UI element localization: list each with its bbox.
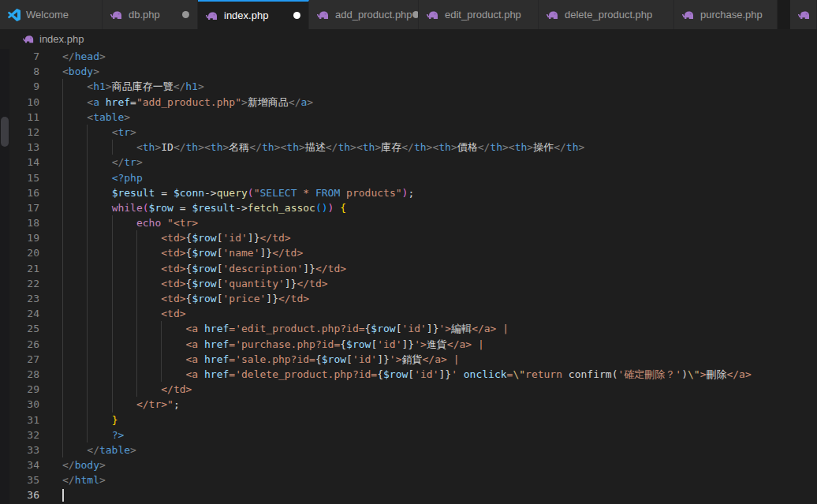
- indent-guide: [112, 337, 113, 352]
- tab-group-gap: [778, 0, 790, 29]
- code-line-28[interactable]: 28 <a href='delete_product.php?id={$row[…: [9, 367, 817, 382]
- line-number[interactable]: 26: [9, 337, 39, 352]
- code-line-24[interactable]: 24 <td>: [9, 306, 817, 321]
- indent-guide: [87, 397, 88, 412]
- code-line-11[interactable]: 11 <table>: [9, 110, 817, 125]
- code-line-36[interactable]: 36: [9, 487, 817, 502]
- line-number[interactable]: 30: [9, 397, 39, 412]
- line-number[interactable]: 24: [9, 306, 39, 321]
- tab-delete-product-php[interactable]: delete_product.php: [539, 0, 674, 29]
- code-line-16[interactable]: 16 $result = $conn->query("SELECT * FROM…: [9, 185, 817, 200]
- line-number[interactable]: 7: [9, 49, 39, 64]
- code-text: </td>: [62, 382, 192, 397]
- tab-welcome[interactable]: Welcome: [0, 0, 103, 29]
- modified-dot-icon[interactable]: [182, 11, 189, 18]
- code-text: <?php: [62, 170, 143, 185]
- code-line-26[interactable]: 26 <a href='purchase.php?id={$row['id']}…: [9, 337, 817, 352]
- code-text: ?>: [62, 427, 124, 442]
- line-number[interactable]: 32: [9, 427, 39, 442]
- code-line-25[interactable]: 25 <a href='edit_product.php?id={$row['i…: [9, 321, 817, 336]
- indent-guide: [87, 276, 88, 291]
- code-line-33[interactable]: 33 </table>: [9, 442, 817, 457]
- code-line-27[interactable]: 27 <a href='sale.php?id={$row['id']}'>銷貨…: [9, 352, 817, 367]
- code-line-20[interactable]: 20 <td>{$row['name']}</td>: [9, 245, 817, 260]
- indent-guide: [62, 382, 63, 397]
- scrollbar-thumb[interactable]: [1, 117, 9, 147]
- code-line-14[interactable]: 14 </tr>: [9, 155, 817, 170]
- tab-db-php[interactable]: db.php: [103, 0, 198, 29]
- code-area[interactable]: 7</head>8<body>9 <h1>商品庫存一覽</h1>10 <a hr…: [9, 49, 817, 504]
- php-icon: [206, 9, 218, 22]
- line-number[interactable]: 25: [9, 321, 39, 336]
- line-number[interactable]: 28: [9, 367, 39, 382]
- indent-guide: [62, 337, 63, 352]
- indent-guide: [62, 261, 63, 276]
- tab-label: index.php: [224, 9, 268, 21]
- line-number[interactable]: 20: [9, 245, 39, 260]
- line-number[interactable]: 21: [9, 261, 39, 276]
- indent-guide: [87, 291, 88, 306]
- line-number[interactable]: 8: [9, 64, 39, 79]
- line-number[interactable]: 9: [9, 79, 39, 94]
- php-icon: [798, 9, 811, 21]
- code-line-15[interactable]: 15 <?php: [9, 170, 817, 185]
- vscode-icon: [8, 9, 21, 21]
- tab-purchase-php[interactable]: purchase.php: [674, 0, 778, 29]
- code-text: <td>: [62, 306, 186, 321]
- code-line-12[interactable]: 12 <tr>: [9, 125, 817, 140]
- tab-s[interactable]: s: [790, 0, 817, 29]
- code-line-35[interactable]: 35</html>: [9, 472, 817, 487]
- line-number[interactable]: 12: [9, 125, 39, 140]
- indent-guide: [161, 352, 162, 367]
- modified-dot-icon[interactable]: [412, 11, 419, 18]
- tab-index-php[interactable]: index.php: [198, 0, 309, 29]
- line-number[interactable]: 33: [9, 442, 39, 457]
- code-line-31[interactable]: 31 }: [9, 413, 817, 427]
- line-number[interactable]: 23: [9, 291, 39, 306]
- code-line-23[interactable]: 23 <td>{$row['price']}</td>: [9, 291, 817, 306]
- line-number[interactable]: 18: [9, 215, 39, 230]
- code-text: <a href='purchase.php?id={$row['id']}'>進…: [62, 337, 484, 352]
- line-number[interactable]: 27: [9, 352, 39, 367]
- code-line-9[interactable]: 9 <h1>商品庫存一覽</h1>: [9, 79, 817, 94]
- line-number[interactable]: 31: [9, 413, 39, 427]
- line-number[interactable]: 13: [9, 140, 39, 155]
- code-line-17[interactable]: 17 while($row = $result->fetch_assoc()) …: [9, 200, 817, 215]
- code-line-19[interactable]: 19 <td>{$row['id']}</td>: [9, 230, 817, 245]
- code-line-8[interactable]: 8<body>: [9, 64, 817, 79]
- indent-guide: [136, 306, 137, 321]
- breadcrumb[interactable]: index.php: [0, 29, 817, 49]
- code-line-10[interactable]: 10 <a href="add_product.php">新增商品</a>: [9, 95, 817, 110]
- indent-guide: [87, 230, 88, 245]
- code-line-7[interactable]: 7</head>: [9, 49, 817, 64]
- tab-add-product-php[interactable]: add_product.php: [309, 0, 419, 29]
- line-number[interactable]: 29: [9, 382, 39, 397]
- code-line-13[interactable]: 13 <th>ID</th><th>名稱</th><th>描述</th><th>…: [9, 140, 817, 155]
- line-number[interactable]: 19: [9, 230, 39, 245]
- code-line-21[interactable]: 21 <td>{$row['description']}</td>: [9, 261, 817, 276]
- code-line-34[interactable]: 34</body>: [9, 457, 817, 472]
- breadcrumb-file[interactable]: index.php: [39, 33, 84, 45]
- indent-guide: [136, 382, 137, 397]
- code-text: </tr>";: [62, 397, 180, 412]
- line-number[interactable]: 17: [9, 200, 39, 215]
- line-number[interactable]: 14: [9, 155, 39, 170]
- line-number[interactable]: 16: [9, 185, 39, 200]
- code-line-30[interactable]: 30 </tr>";: [9, 397, 817, 412]
- line-number[interactable]: 10: [9, 95, 39, 110]
- indent-guide: [161, 321, 162, 336]
- indent-guide: [62, 185, 63, 200]
- modified-dot-icon[interactable]: [293, 12, 300, 19]
- line-number[interactable]: 22: [9, 276, 39, 291]
- line-number[interactable]: 34: [9, 457, 39, 472]
- line-number[interactable]: 15: [9, 170, 39, 185]
- line-number[interactable]: 36: [9, 487, 39, 502]
- php-icon: [682, 9, 695, 21]
- code-line-32[interactable]: 32 ?>: [9, 427, 817, 442]
- tab-edit-product-php[interactable]: edit_product.php: [419, 0, 539, 29]
- line-number[interactable]: 11: [9, 110, 39, 125]
- code-line-22[interactable]: 22 <td>{$row['quantity']}</td>: [9, 276, 817, 291]
- code-line-18[interactable]: 18 echo "<tr>: [9, 215, 817, 230]
- line-number[interactable]: 35: [9, 472, 39, 487]
- code-line-29[interactable]: 29 </td>: [9, 382, 817, 397]
